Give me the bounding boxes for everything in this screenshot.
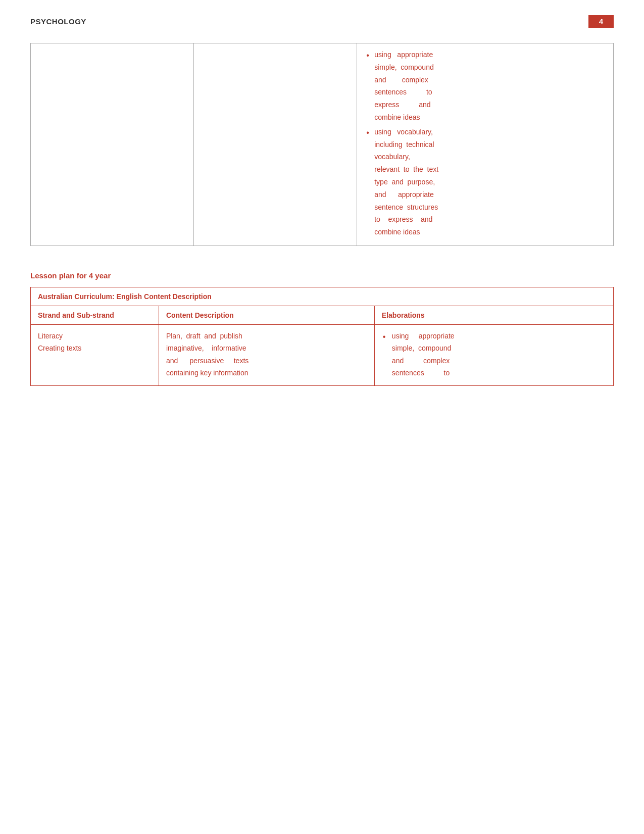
elab-bullet-list-2: using appropriatesimple, compoundand com… <box>382 330 606 379</box>
lesson-table-title: Australian Curriculum: English Content D… <box>31 287 614 306</box>
col-header-strand: Strand and Sub-strand <box>31 306 159 324</box>
content-cell: Plan, draft and publishimaginative, info… <box>159 324 374 385</box>
lesson-table-title-row: Australian Curriculum: English Content D… <box>31 287 614 306</box>
table-row: using appropriatesimple, compoundand com… <box>31 43 614 246</box>
page-header: PSYCHOLOGY 4 <box>30 15 614 28</box>
lesson-table: Australian Curriculum: English Content D… <box>30 287 614 386</box>
page-number: 4 <box>588 15 614 28</box>
strand-line1: Literacy <box>38 332 63 340</box>
bullet-item-2: using vocabulary,including technicalvoca… <box>364 126 606 238</box>
lesson-section-heading: Lesson plan for 4 year <box>30 271 614 280</box>
elab-bullet-list-1: using appropriatesimple, compoundand com… <box>364 48 606 238</box>
col-strand-empty <box>31 43 194 246</box>
lesson-table-header: Strand and Sub-strand Content Descriptio… <box>31 306 614 324</box>
col-content-empty <box>194 43 357 246</box>
elaborations-cell: using appropriatesimple, compoundand com… <box>374 324 613 385</box>
col-elaborations: using appropriatesimple, compoundand com… <box>357 43 614 246</box>
elab-bullet-item-1: using appropriatesimple, compoundand com… <box>382 330 606 379</box>
lesson-data-row: Literacy Creating texts Plan, draft and … <box>31 324 614 385</box>
strand-cell: Literacy Creating texts <box>31 324 159 385</box>
bullet-item-1: using appropriatesimple, compoundand com… <box>364 48 606 124</box>
strand-line2: Creating texts <box>38 344 81 352</box>
col-header-elaborations: Elaborations <box>374 306 613 324</box>
col-header-content: Content Description <box>159 306 374 324</box>
top-continuation-table: using appropriatesimple, compoundand com… <box>30 43 614 246</box>
page-title: PSYCHOLOGY <box>30 17 86 26</box>
